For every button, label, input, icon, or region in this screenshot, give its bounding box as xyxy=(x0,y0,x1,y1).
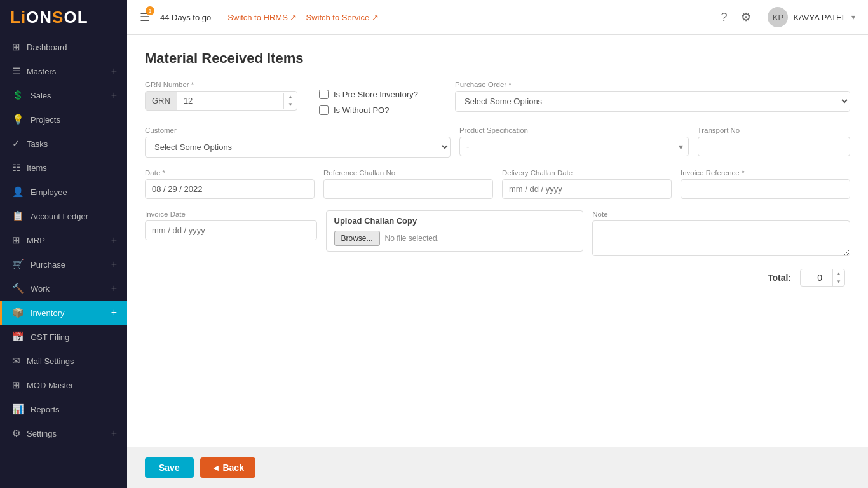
username-text: KAVYA PATEL xyxy=(793,13,846,22)
product-spec-chevron-icon: ▾ xyxy=(674,142,688,152)
file-name-text: No file selected. xyxy=(385,234,439,243)
sidebar-label-projects: Projects xyxy=(31,115,60,125)
sidebar-item-dashboard[interactable]: ⊞ Dashboard xyxy=(0,35,127,59)
upload-label: Upload Challan Copy xyxy=(334,216,576,226)
grn-field: GRN Number * GRN ▲ ▼ xyxy=(145,81,297,111)
save-button[interactable]: Save xyxy=(145,458,194,478)
content-area: Material Received Items GRN Number * GRN… xyxy=(127,35,868,488)
invoice-date-field: Invoice Date xyxy=(145,210,317,240)
sidebar-item-mail-settings[interactable]: ✉ Mail Settings xyxy=(0,349,127,373)
invoice-ref-field: Invoice Reference * xyxy=(681,169,850,199)
browse-button[interactable]: Browse... xyxy=(334,231,380,246)
grn-arrow-down[interactable]: ▼ xyxy=(284,101,297,109)
sidebar-label-settings: Settings xyxy=(27,429,57,438)
mrp-icon: ⊞ xyxy=(12,234,20,246)
invoice-date-input[interactable] xyxy=(145,220,317,240)
total-label: Total: xyxy=(768,273,791,283)
sidebar-item-reports[interactable]: 📊 Reports xyxy=(0,397,127,421)
sidebar-item-sales[interactable]: 💲 Sales + xyxy=(0,83,127,107)
mod-master-icon: ⊞ xyxy=(12,379,20,391)
customer-select[interactable]: Select Some Options xyxy=(145,137,451,158)
bottom-bar: Save ◄ Back xyxy=(127,447,868,488)
sidebar-item-settings[interactable]: ⚙ Settings + xyxy=(0,421,127,445)
grn-input-wrap: GRN ▲ ▼ xyxy=(145,91,297,111)
switch-hrms-link[interactable]: Switch to HRMS ↗ xyxy=(227,13,297,22)
sidebar-label-account-ledger: Account Ledger xyxy=(31,212,88,221)
sidebar-label-inventory: Inventory xyxy=(31,308,64,318)
sidebar-item-mod-master[interactable]: ⊞ MOD Master xyxy=(0,373,127,397)
topbar: ☰ 1 44 Days to go Switch to HRMS ↗ Switc… xyxy=(127,0,868,35)
customer-field: Customer Select Some Options xyxy=(145,126,451,158)
sidebar-item-work[interactable]: 🔨 Work + xyxy=(0,276,127,301)
settings-icon[interactable]: ⚙ xyxy=(741,10,751,24)
switch-service-link[interactable]: Switch to Service ↗ xyxy=(306,13,378,22)
pre-store-checkbox[interactable] xyxy=(319,90,329,99)
upload-wrap: Upload Challan Copy Browse... No file se… xyxy=(326,210,584,252)
reports-icon: 📊 xyxy=(12,403,24,415)
sidebar-item-tasks[interactable]: ✓ Tasks xyxy=(0,132,127,156)
checkbox-group: Is Pre Store Inventory? Is Without PO? xyxy=(306,81,446,115)
projects-icon: 💡 xyxy=(12,114,24,125)
product-spec-select[interactable]: - xyxy=(460,137,674,156)
main-area: ☰ 1 44 Days to go Switch to HRMS ↗ Switc… xyxy=(127,0,868,488)
grn-input[interactable] xyxy=(177,92,283,110)
without-po-checkbox-item[interactable]: Is Without PO? xyxy=(319,105,446,115)
total-arrow-up[interactable]: ▲ xyxy=(833,269,844,278)
po-select[interactable]: Select Some Options xyxy=(455,91,850,112)
without-po-checkbox[interactable] xyxy=(319,105,329,115)
pre-store-checkbox-item[interactable]: Is Pre Store Inventory? xyxy=(319,90,446,99)
customer-label: Customer xyxy=(145,126,451,134)
masters-plus-icon[interactable]: + xyxy=(111,65,117,77)
sidebar-item-inventory[interactable]: 📦 Inventory + xyxy=(0,301,127,325)
inventory-plus-icon[interactable]: + xyxy=(111,307,117,318)
total-value: 0 xyxy=(801,269,832,286)
sidebar-item-purchase[interactable]: 🛒 Purchase + xyxy=(0,252,127,276)
form-row-4: Invoice Date Upload Challan Copy Browse.… xyxy=(145,210,850,256)
masters-icon: ☰ xyxy=(12,65,20,77)
ref-challan-input[interactable] xyxy=(323,179,493,199)
sidebar-item-masters[interactable]: ☰ Masters + xyxy=(0,59,127,83)
settings-icon: ⚙ xyxy=(12,428,20,439)
work-plus-icon[interactable]: + xyxy=(111,283,117,294)
transport-input[interactable] xyxy=(698,137,850,156)
sidebar-label-purchase: Purchase xyxy=(31,260,65,269)
total-arrows: ▲ ▼ xyxy=(832,269,844,286)
sales-icon: 💲 xyxy=(12,90,24,101)
purchase-plus-icon[interactable]: + xyxy=(111,259,117,270)
sidebar-item-employee[interactable]: 👤 Employee xyxy=(0,180,127,204)
user-chevron-icon: ▾ xyxy=(851,13,855,22)
work-icon: 🔨 xyxy=(12,283,24,294)
help-icon[interactable]: ? xyxy=(721,11,727,24)
sidebar-label-mail-settings: Mail Settings xyxy=(27,356,74,366)
sidebar-item-mrp[interactable]: ⊞ MRP + xyxy=(0,228,127,252)
note-textarea[interactable] xyxy=(592,220,850,256)
mail-settings-icon: ✉ xyxy=(12,355,20,367)
sidebar-item-items[interactable]: ☷ Items xyxy=(0,156,127,180)
date-input[interactable] xyxy=(145,179,315,199)
menu-button[interactable]: ☰ 1 xyxy=(140,10,150,24)
topbar-links: Switch to HRMS ↗ Switch to Service ↗ xyxy=(227,13,379,22)
form-area: Material Received Items GRN Number * GRN… xyxy=(127,35,868,447)
sidebar-item-projects[interactable]: 💡 Projects xyxy=(0,107,127,132)
invoice-ref-input[interactable] xyxy=(681,179,850,199)
sidebar-item-gst-filing[interactable]: 📅 GST Filing xyxy=(0,325,127,349)
form-row-2: Customer Select Some Options Product Spe… xyxy=(145,126,850,158)
total-arrow-down[interactable]: ▼ xyxy=(833,278,844,286)
employee-icon: 👤 xyxy=(12,186,24,198)
grn-arrows: ▲ ▼ xyxy=(283,93,297,109)
nav-list: ⊞ Dashboard ☰ Masters + 💲 Sales + 💡 Proj… xyxy=(0,35,127,445)
logo: LiONSOL xyxy=(0,0,127,35)
purchase-order-field: Purchase Order * Select Some Options xyxy=(455,81,850,112)
sidebar-label-employee: Employee xyxy=(31,187,67,197)
sidebar-item-account-ledger[interactable]: 📋 Account Ledger xyxy=(0,204,127,228)
mrp-plus-icon[interactable]: + xyxy=(111,234,117,246)
notification-badge: 1 xyxy=(146,6,154,15)
sales-plus-icon[interactable]: + xyxy=(111,90,117,101)
user-menu[interactable]: KP KAVYA PATEL ▾ xyxy=(768,7,855,27)
settings-plus-icon[interactable]: + xyxy=(111,428,117,439)
grn-arrow-up[interactable]: ▲ xyxy=(284,93,297,101)
sidebar-label-reports: Reports xyxy=(31,405,60,414)
delivery-date-input[interactable] xyxy=(502,179,672,199)
back-button[interactable]: ◄ Back xyxy=(200,458,255,478)
sidebar-label-tasks: Tasks xyxy=(27,139,48,149)
